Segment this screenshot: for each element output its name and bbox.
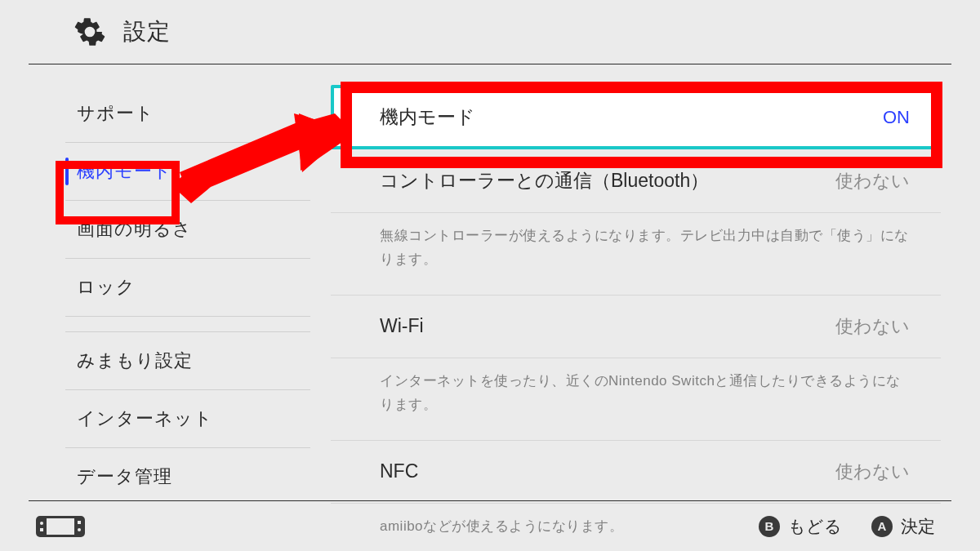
setting-airplane-mode[interactable]: 機内モード ON xyxy=(331,85,941,149)
setting-value: ON xyxy=(883,107,910,128)
setting-value: 使わない xyxy=(835,314,910,339)
main-panel: 機内モード ON コントローラーとの通信（Bluetooth） 使わない 無線コ… xyxy=(331,64,980,493)
sidebar-item-label: 機内モード xyxy=(77,161,172,181)
setting-label: コントローラーとの通信（Bluetooth） xyxy=(380,168,709,193)
svg-rect-9 xyxy=(78,521,81,524)
sidebar-item-label: 画面の明るさ xyxy=(77,219,192,239)
setting-nfc[interactable]: NFC 使わない xyxy=(331,441,941,504)
console-icon xyxy=(35,515,86,538)
sidebar-item-data-management[interactable]: データ管理 xyxy=(65,448,310,505)
setting-wifi-desc: インターネットを使ったり、近くのNintendo Switchと通信したりできる… xyxy=(331,358,941,441)
svg-point-6 xyxy=(40,522,43,525)
content: サポート 機内モード 画面の明るさ ロック みまもり設定 インターネット データ… xyxy=(0,64,980,493)
setting-value: 使わない xyxy=(835,460,910,484)
footer: B もどる A 決定 xyxy=(29,500,951,551)
sidebar-item-support[interactable]: サポート xyxy=(65,85,310,143)
setting-bluetooth-desc: 無線コントローラーが使えるようになります。テレビ出力中は自動で「使う」になります… xyxy=(331,213,941,295)
ok-button[interactable]: A 決定 xyxy=(871,515,935,538)
setting-wifi[interactable]: Wi-Fi 使わない xyxy=(331,295,941,358)
back-label: もどる xyxy=(788,515,842,538)
sidebar-item-label: サポート xyxy=(77,103,154,123)
page-title: 設定 xyxy=(123,16,171,47)
setting-label: 機内モード xyxy=(380,104,475,130)
sidebar-item-internet[interactable]: インターネット xyxy=(65,390,310,448)
sidebar-item-airplane-mode[interactable]: 機内モード xyxy=(65,143,310,201)
svg-rect-5 xyxy=(47,518,74,535)
b-button-icon: B xyxy=(759,516,780,537)
a-button-icon: A xyxy=(871,516,893,537)
setting-label: NFC xyxy=(380,460,418,482)
sidebar-item-label: インターネット xyxy=(77,408,213,429)
setting-label: Wi-Fi xyxy=(380,315,424,337)
sidebar-item-brightness[interactable]: 画面の明るさ xyxy=(65,201,310,259)
sidebar-item-parental[interactable]: みまもり設定 xyxy=(65,331,310,390)
sidebar-item-label: ロック xyxy=(77,277,136,297)
header: 設定 xyxy=(29,0,951,64)
ok-label: 決定 xyxy=(901,515,935,538)
svg-rect-8 xyxy=(40,528,43,531)
sidebar-item-label: みまもり設定 xyxy=(77,350,193,371)
sidebar-item-lock[interactable]: ロック xyxy=(65,259,310,317)
sidebar-item-label: データ管理 xyxy=(77,466,172,487)
back-button[interactable]: B もどる xyxy=(759,515,842,538)
gear-icon xyxy=(74,16,105,47)
sidebar: サポート 機内モード 画面の明るさ ロック みまもり設定 インターネット データ… xyxy=(0,64,331,493)
setting-bluetooth[interactable]: コントローラーとの通信（Bluetooth） 使わない xyxy=(331,149,941,213)
footer-buttons: B もどる A 決定 xyxy=(759,515,935,538)
setting-value: 使わない xyxy=(835,169,910,193)
svg-point-7 xyxy=(78,528,81,531)
